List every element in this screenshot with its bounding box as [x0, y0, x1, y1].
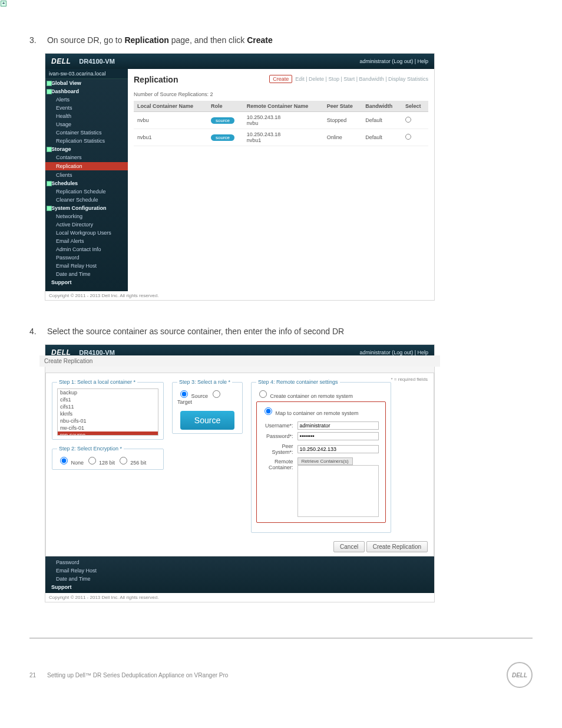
step1-fieldset: Step 1: Select a local container * backu… — [52, 379, 164, 440]
label-username: Username*: — [263, 421, 296, 430]
select-radio[interactable] — [405, 134, 411, 140]
nav-admin-contact[interactable]: Admin Contact Info — [45, 245, 128, 253]
list-item[interactable]: cifs1 — [58, 396, 158, 403]
create-replication-panel: * = required fields Step 1: Select a loc… — [45, 373, 434, 556]
screenshot-2: DELL DR4100-VM administrator (Log out) |… — [45, 344, 435, 602]
local-container-list[interactable]: backup cifs1 cifs11 kknfs nbu-cifs-01 nw… — [57, 388, 158, 436]
step1-legend: Step 1: Select a local container * — [57, 379, 137, 385]
step3-fieldset: Step 3: Select a role * Source Target So… — [172, 379, 243, 434]
step4-caption: 4. Select the source container as source… — [29, 327, 533, 336]
role-pill: source — [211, 117, 234, 124]
enc-none[interactable]: None — [57, 460, 84, 466]
copyright-2: Copyright © 2011 - 2013 Dell Inc. All ri… — [45, 593, 434, 602]
step4-fieldset: Step 4: Remote container settings Create… — [251, 379, 391, 533]
enc-128[interactable]: 128 bit — [85, 460, 115, 466]
nav-replication-schedule[interactable]: Replication Schedule — [45, 187, 128, 196]
cancel-button[interactable]: Cancel — [333, 541, 365, 552]
sidebar-partial: Password Email Relay Host Date and Time … — [45, 556, 434, 593]
nav-networking[interactable]: Networking — [45, 212, 128, 220]
list-item[interactable]: kknfs — [58, 410, 158, 417]
nav-local-workgroup[interactable]: Local Workgroup Users — [45, 229, 128, 237]
password-field[interactable] — [297, 432, 379, 440]
action-links[interactable]: Edit | Delete | Stop | Start | Bandwidth… — [295, 76, 428, 82]
dell-logo: DELL — [51, 348, 71, 357]
nav-support[interactable]: Support — [45, 278, 128, 286]
nav-events[interactable]: Events — [45, 104, 128, 112]
nav-container-stats[interactable]: Container Statistics — [45, 129, 128, 137]
nav-email-relay[interactable]: Email Relay Host — [45, 566, 434, 575]
select-radio[interactable] — [405, 117, 411, 123]
nav-sys-config[interactable]: System Configuration — [45, 204, 128, 212]
list-item-selected[interactable]: rep-source — [58, 431, 158, 436]
peer-system-field[interactable] — [297, 445, 379, 453]
map-option-box: Map to container on remote system Userna… — [256, 401, 386, 523]
step3-bold-b: Create — [247, 35, 273, 45]
nav-global-view[interactable]: Global View — [45, 79, 128, 87]
replication-table: Local Container Name Role Remote Contain… — [134, 101, 428, 146]
cell-bw: Default — [362, 129, 402, 146]
role-indicator: Source — [180, 411, 234, 430]
nav-date-time[interactable]: Date and Time — [45, 270, 128, 278]
nav-health[interactable]: Health — [45, 112, 128, 120]
table-row: nvbu source 10.250.243.18nvbu Stopped De… — [134, 112, 428, 129]
nav-email-alerts[interactable]: Email Alerts — [45, 237, 128, 245]
action-bar: Create Edit | Delete | Stop | Start | Ba… — [269, 76, 428, 82]
nav-support[interactable]: Support — [45, 583, 434, 591]
nav-containers[interactable]: Containers — [45, 153, 128, 162]
step3-text-b: page, and then click — [169, 35, 247, 45]
app-header: DELL DR4100-VM administrator (Log out) |… — [45, 54, 434, 69]
dell-badge-icon: DELL — [507, 662, 533, 688]
cell-peer: Stopped — [323, 112, 362, 129]
step3-num: 3. — [29, 35, 45, 45]
col-peer: Peer State — [323, 101, 362, 112]
list-item[interactable]: nbu-cifs-01 — [58, 417, 158, 424]
step3-bold-a: Replication — [124, 35, 168, 45]
cell-remote: 10.250.243.18nvbu1 — [243, 129, 323, 146]
retrieve-containers-button[interactable]: Retrieve Containers(s) — [297, 457, 353, 465]
copyright-1: Copyright © 2011 - 2013 Dell Inc. All ri… — [45, 291, 434, 300]
cell-remote: 10.250.243.18nvbu — [243, 112, 323, 129]
nav-date-time[interactable]: Date and Time — [45, 575, 434, 583]
col-local: Local Container Name — [134, 101, 207, 112]
cell-peer: Online — [323, 129, 362, 146]
list-item[interactable]: nw-cifs-01 — [58, 424, 158, 431]
label-password: Password*: — [263, 431, 296, 441]
col-bw: Bandwidth — [362, 101, 402, 112]
create-button[interactable]: Create — [269, 75, 292, 83]
list-item[interactable]: backup — [58, 389, 158, 396]
role-source[interactable]: Source — [177, 393, 208, 399]
nav-storage[interactable]: Storage — [45, 145, 128, 153]
nav-active-directory[interactable]: Active Directory — [45, 220, 128, 229]
nav-replication[interactable]: Replication — [45, 162, 128, 170]
nav-email-relay[interactable]: Email Relay Host — [45, 262, 128, 270]
remote-container-list[interactable] — [297, 465, 379, 517]
cell-local: nvbu1 — [134, 129, 207, 146]
step4-text: Select the source container as source co… — [47, 327, 344, 336]
username-field[interactable] — [297, 421, 379, 430]
enc-256[interactable]: 256 bit — [117, 460, 147, 466]
header-user[interactable]: administrator (Log out) | Help — [360, 350, 428, 355]
nav-replication-stats[interactable]: Replication Statistics — [45, 137, 128, 145]
opt-map-remote[interactable]: Map to container on remote system — [262, 410, 359, 416]
label-remote-container: Remote Container: — [263, 457, 296, 518]
opt-create-remote[interactable]: Create container on remote system — [256, 393, 353, 399]
nav-alerts[interactable]: Alerts — [45, 95, 128, 104]
list-item[interactable]: cifs11 — [58, 403, 158, 410]
nav-usage[interactable]: Usage — [45, 120, 128, 129]
col-select: Select — [402, 101, 428, 112]
nav-schedules[interactable]: Schedules — [45, 179, 128, 187]
step2-legend: Step 2: Select Encryption * — [57, 446, 124, 452]
create-replication-button[interactable]: Create Replication — [366, 541, 428, 552]
host-selector[interactable]: ivan-sw-03.ocarina.local — [45, 69, 128, 79]
page-title: Replication — [134, 75, 178, 84]
nav-password[interactable]: Password — [45, 253, 128, 262]
step3-text-a: On source DR, go to — [47, 35, 125, 45]
required-note: * = required fields — [391, 377, 428, 382]
nav-cleaner-schedule[interactable]: Cleaner Schedule — [45, 196, 128, 204]
nav-password[interactable]: Password — [45, 558, 434, 566]
nav-clients[interactable]: Clients — [45, 171, 128, 179]
nav-dashboard[interactable]: Dashboard — [45, 87, 128, 95]
screenshot-1: DELL DR4100-VM administrator (Log out) |… — [45, 53, 435, 301]
header-user[interactable]: administrator (Log out) | Help — [360, 58, 428, 64]
replication-count: Number of Source Replications: 2 — [134, 91, 428, 97]
